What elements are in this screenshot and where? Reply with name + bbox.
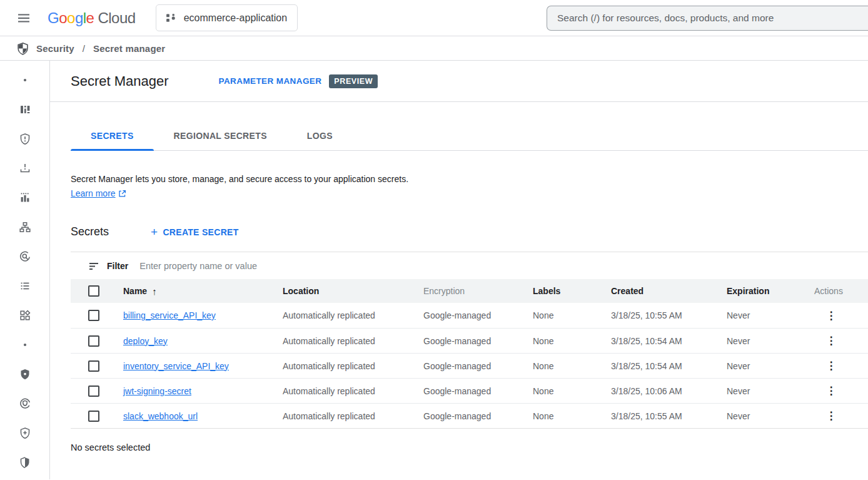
column-header-location[interactable]: Location — [275, 286, 416, 296]
sidebar-item-dot-9[interactable] — [18, 339, 33, 354]
table-row: deploy_keyAutomatically replicatedGoogle… — [71, 328, 868, 353]
tab-regional-secrets[interactable]: REGIONAL SECRETS — [154, 121, 287, 150]
cell-labels: None — [525, 310, 603, 320]
logo-letter: o — [59, 9, 67, 26]
secret-name-link[interactable]: inventory_service_API_key — [123, 361, 229, 371]
secret-name-link[interactable]: deploy_key — [123, 336, 168, 346]
row-checkbox[interactable] — [88, 335, 99, 347]
row-checkbox[interactable] — [88, 386, 99, 397]
secret-name-link[interactable]: slack_webhook_url — [123, 411, 198, 421]
row-checkbox-cell — [71, 411, 116, 422]
more-actions-icon[interactable]: ⋮ — [824, 335, 839, 346]
project-name: ecommerce-application — [184, 13, 287, 24]
inbox-alert-icon — [19, 162, 31, 177]
secret-name-link[interactable]: billing_service_API_key — [123, 310, 216, 320]
cell-expiration: Never — [719, 386, 807, 396]
hamburger-menu-button[interactable] — [11, 6, 36, 31]
sidebar-item-dashboard-1[interactable] — [18, 103, 33, 118]
select-all-checkbox[interactable] — [88, 285, 99, 297]
column-header-name[interactable]: Name↑ — [116, 286, 275, 297]
cell-encryption: Google-managed — [416, 411, 525, 421]
column-header-encryption[interactable]: Encryption — [416, 286, 525, 296]
secret-name-link[interactable]: jwt-signing-secret — [123, 386, 191, 396]
project-selector[interactable]: ecommerce-application — [156, 4, 298, 31]
cell-encryption: Google-managed — [416, 336, 525, 346]
cell-created: 3/18/25, 10:55 AM — [603, 411, 719, 421]
cell-location: Automatically replicated — [275, 411, 416, 421]
sidebar-item-bar-chart-4[interactable] — [18, 191, 33, 207]
sidebar-item-inbox-alert-3[interactable] — [18, 162, 33, 177]
sidebar-item-network-5[interactable] — [18, 221, 33, 236]
plus-icon: + — [151, 226, 158, 238]
breadcrumb-page: Secret manager — [93, 43, 165, 54]
column-header-labels[interactable]: Labels — [525, 286, 603, 296]
secrets-heading: Secrets — [71, 225, 109, 238]
more-actions-icon[interactable]: ⋮ — [824, 411, 839, 421]
secrets-table-card: Filter Name↑LocationEncryptionLabelsCrea… — [71, 252, 868, 429]
cell-expiration: Never — [719, 310, 807, 320]
sidebar-item-apps-diamond-8[interactable] — [18, 309, 33, 324]
learn-more-link[interactable]: Learn more — [71, 188, 126, 198]
breadcrumb: Security / Secret manager — [0, 36, 868, 61]
column-label: Encryption — [423, 286, 465, 296]
cell-location: Automatically replicated — [275, 386, 416, 396]
cell-expiration: Never — [719, 361, 807, 371]
tab-secrets[interactable]: SECRETS — [71, 121, 154, 150]
page-title: Secret Manager — [71, 73, 169, 89]
more-actions-icon[interactable]: ⋮ — [824, 310, 839, 321]
google-logo-text: Google — [48, 9, 94, 27]
breadcrumb-section[interactable]: Security — [36, 43, 74, 54]
cell-name: jwt-signing-secret — [116, 386, 275, 396]
preview-badge: PREVIEW — [329, 74, 378, 88]
cell-name: billing_service_API_key — [116, 310, 275, 320]
row-checkbox-cell — [71, 360, 116, 372]
tab-logs[interactable]: LOGS — [287, 121, 353, 150]
cell-expiration: Never — [719, 336, 807, 346]
logo-letter: e — [86, 9, 94, 26]
column-header-actions[interactable]: Actions — [807, 286, 868, 296]
cell-encryption: Google-managed — [416, 361, 525, 371]
cell-name: inventory_service_API_key — [116, 361, 275, 371]
filter-icon — [88, 260, 99, 272]
more-actions-icon[interactable]: ⋮ — [824, 360, 839, 371]
cell-actions: ⋮ — [807, 335, 868, 346]
logo-letter: G — [48, 9, 59, 26]
table-header-row: Name↑LocationEncryptionLabelsCreatedExpi… — [71, 279, 868, 303]
sidebar-item-list-7[interactable] — [18, 280, 33, 295]
bar-chart-icon — [19, 191, 31, 207]
row-checkbox[interactable] — [88, 360, 99, 372]
sidebar-item-shield-alert-2[interactable] — [18, 133, 33, 148]
filter-input[interactable] — [139, 261, 515, 271]
more-actions-icon[interactable]: ⋮ — [824, 386, 839, 396]
sidebar-item-dot-0[interactable] — [18, 74, 33, 89]
hamburger-icon — [16, 11, 31, 26]
logo-letter: g — [75, 9, 83, 26]
column-header-expiration[interactable]: Expiration — [719, 286, 807, 296]
global-search-input[interactable] — [557, 13, 858, 24]
main-content: Secret Manager PARAMETER MANAGER PREVIEW… — [50, 61, 868, 479]
sidebar-item-shield-plus-12[interactable] — [18, 427, 33, 442]
column-label: Location — [283, 286, 319, 296]
cell-actions: ⋮ — [807, 310, 868, 321]
global-search-bar[interactable] — [547, 6, 868, 31]
row-checkbox[interactable] — [88, 310, 99, 321]
column-header-created[interactable]: Created — [603, 286, 719, 296]
cell-created: 3/18/25, 10:06 AM — [603, 386, 719, 396]
security-shield-icon — [16, 42, 29, 55]
table-body: billing_service_API_keyAutomatically rep… — [71, 303, 868, 429]
sidebar-item-search-insights-6[interactable] — [18, 250, 33, 265]
parameter-manager-link[interactable]: PARAMETER MANAGER — [219, 76, 322, 86]
secrets-section-header: Secrets + CREATE SECRET — [71, 225, 868, 238]
filter-label[interactable]: Filter — [107, 261, 128, 271]
row-checkbox-cell — [71, 335, 116, 347]
cell-name: deploy_key — [116, 336, 275, 346]
sidebar-item-shield-solid-10[interactable] — [18, 368, 33, 383]
breadcrumb-separator: / — [83, 43, 85, 54]
shield-alert-icon — [19, 133, 31, 148]
row-checkbox[interactable] — [88, 411, 99, 422]
column-label: Name — [123, 286, 147, 296]
create-secret-button[interactable]: + CREATE SECRET — [151, 226, 239, 238]
sidebar-item-shield-half-13[interactable] — [18, 456, 33, 471]
google-cloud-logo[interactable]: Google Cloud — [48, 9, 136, 27]
sidebar-item-compliance-11[interactable] — [18, 397, 33, 412]
